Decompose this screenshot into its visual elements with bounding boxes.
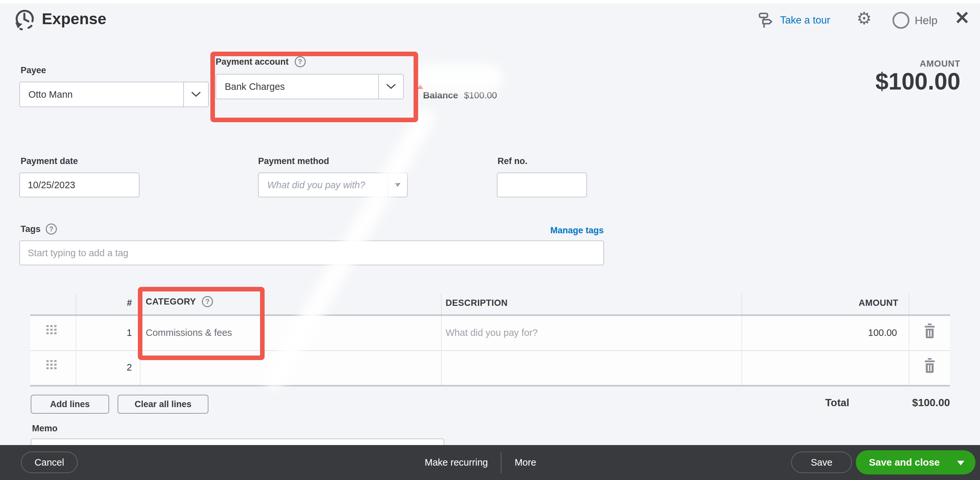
footer-divider (501, 452, 501, 473)
question-icon[interactable]: ? (295, 56, 306, 67)
memo-label: Memo (32, 423, 57, 434)
table-bottom-divider (30, 385, 950, 386)
total-label: Total (784, 397, 850, 409)
clear-all-lines-button[interactable]: Clear all lines (118, 395, 208, 414)
history-icon[interactable] (12, 7, 36, 31)
help-label: Help (915, 14, 937, 27)
tags-label-group: Tags ? (21, 223, 57, 234)
make-recurring-button[interactable]: Make recurring (425, 457, 488, 468)
take-a-tour-label: Take a tour (780, 14, 830, 26)
ref-no-input[interactable] (497, 172, 587, 197)
col-header-amount: AMOUNT (800, 298, 898, 308)
payee-value: Otto Mann (20, 89, 183, 100)
signpost-icon (757, 11, 775, 29)
col-header-description: DESCRIPTION (445, 298, 508, 308)
save-button[interactable]: Save (791, 451, 852, 473)
footer-bar: Cancel Make recurring More Save Save and… (0, 445, 980, 480)
take-a-tour[interactable]: Take a tour (757, 11, 830, 29)
payment-date-input[interactable] (19, 172, 140, 197)
amount-header-label: AMOUNT (830, 59, 960, 69)
help-icon (892, 12, 910, 29)
page-title: Expense (42, 10, 106, 28)
trash-icon[interactable] (923, 324, 936, 338)
column-divider (441, 294, 442, 385)
payee-label: Payee (21, 65, 46, 75)
smudge-artifact (415, 64, 503, 93)
help-menu[interactable]: Help (892, 12, 937, 29)
payment-method-label: Payment method (258, 156, 329, 166)
drag-handle-icon[interactable] (46, 325, 57, 334)
payment-account-select[interactable]: Bank Charges (216, 74, 404, 99)
manage-tags-link[interactable]: Manage tags (506, 225, 604, 236)
settings-gear-icon[interactable]: ⚙ (856, 8, 872, 28)
payment-account-value: Bank Charges (216, 81, 378, 92)
column-divider (76, 294, 76, 385)
close-icon[interactable]: ✕ (955, 7, 970, 29)
table-header-divider (30, 314, 950, 316)
category-cell[interactable]: Commissions & fees (146, 327, 232, 338)
column-divider (909, 294, 910, 385)
top-strip (0, 0, 980, 3)
payment-method-placeholder: What did you pay with? (259, 180, 387, 190)
col-header-num: # (99, 298, 132, 308)
payment-account-label: Payment account (216, 57, 289, 67)
col-header-category: CATEGORY ? (146, 296, 213, 307)
save-and-close-label: Save and close (869, 457, 940, 468)
total-value: $100.00 (852, 397, 950, 409)
balance-label: Balance (423, 90, 458, 100)
payment-account-group: Payment account ? Bank Charges (216, 56, 404, 99)
question-icon[interactable]: ? (202, 296, 213, 307)
chevron-down-icon[interactable] (183, 82, 208, 107)
trash-icon[interactable] (923, 358, 936, 373)
red-artifact (417, 84, 423, 89)
balance-value: $100.00 (464, 90, 497, 100)
category-header-label: CATEGORY (146, 297, 196, 307)
caret-down-icon[interactable] (957, 461, 964, 465)
tags-label: Tags (21, 224, 40, 234)
more-button[interactable]: More (514, 457, 536, 468)
save-and-close-button[interactable]: Save and close (856, 450, 975, 474)
dropdown-arrow-icon[interactable] (387, 173, 407, 197)
payee-select[interactable]: Otto Mann (19, 82, 209, 107)
add-lines-button[interactable]: Add lines (31, 395, 109, 414)
payment-date-label: Payment date (21, 156, 78, 166)
row-number: 1 (99, 327, 132, 338)
balance-line: Balance $100.00 (423, 90, 497, 100)
column-divider (140, 294, 140, 385)
tags-input[interactable] (19, 241, 604, 265)
payment-method-select[interactable]: What did you pay with? (258, 172, 408, 197)
row-divider (30, 350, 950, 351)
drag-handle-icon[interactable] (46, 360, 57, 369)
ref-no-label: Ref no. (498, 156, 528, 166)
question-icon[interactable]: ? (46, 223, 57, 234)
description-cell[interactable]: What did you pay for? (445, 327, 538, 338)
amount-cell[interactable]: 100.00 (800, 327, 897, 338)
column-divider (741, 294, 742, 385)
row-number: 2 (99, 362, 132, 373)
chevron-down-icon[interactable] (378, 75, 403, 99)
cancel-button[interactable]: Cancel (21, 451, 78, 473)
amount-header-value: $100.00 (764, 68, 960, 95)
